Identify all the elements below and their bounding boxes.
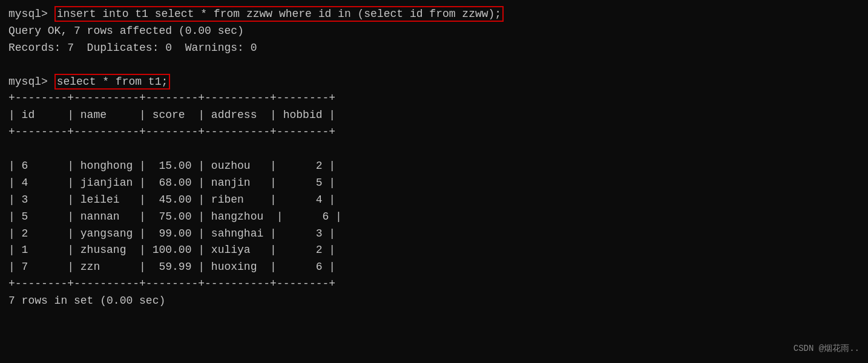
table-header: | id | name | score | address | hobbid | [8, 107, 860, 124]
table-row-7: | 7 | zzn | 59.99 | huoxing | 6 | [8, 259, 860, 276]
query-ok-line: Query OK, 7 rows affected (0.00 sec) [8, 23, 860, 40]
table-row-5: | 2 | yangsang | 99.00 | sahnghai | 3 | [8, 226, 860, 243]
insert-command: insert into t1 select * from zzww where … [54, 6, 504, 22]
table-sep-top: +--------+----------+--------+----------… [8, 90, 860, 107]
watermark: CSDN @烟花雨.. [794, 342, 860, 356]
table-row-2: | 4 | jianjian | 68.00 | nanjin | 5 | [8, 175, 860, 192]
table-sep-header: +--------+----------+--------+----------… [8, 124, 860, 141]
empty-line-2 [8, 141, 860, 158]
table-row-1: | 6 | honghong | 15.00 | ouzhou | 2 | [8, 158, 860, 175]
table-row-6: | 1 | zhusang | 100.00 | xuliya | 2 | [8, 242, 860, 259]
empty-line [8, 57, 860, 74]
table-row-4: | 5 | nannan | 75.00 | hangzhou | 6 | [8, 209, 860, 226]
select-command-line: mysql> select * from t1; [8, 74, 860, 91]
select-command: select * from t1; [54, 74, 171, 90]
prompt-2: mysql> [8, 76, 54, 88]
result-footer: 7 rows in set (0.00 sec) [8, 293, 860, 310]
records-line: Records: 7 Duplicates: 0 Warnings: 0 [8, 40, 860, 57]
prompt-1: mysql> [8, 8, 54, 20]
insert-command-line: mysql> insert into t1 select * from zzww… [8, 6, 860, 23]
table-row-3: | 3 | leilei | 45.00 | riben | 4 | [8, 192, 860, 209]
table-sep-bottom: +--------+----------+--------+----------… [8, 276, 860, 293]
terminal: mysql> insert into t1 select * from zzww… [8, 6, 860, 310]
